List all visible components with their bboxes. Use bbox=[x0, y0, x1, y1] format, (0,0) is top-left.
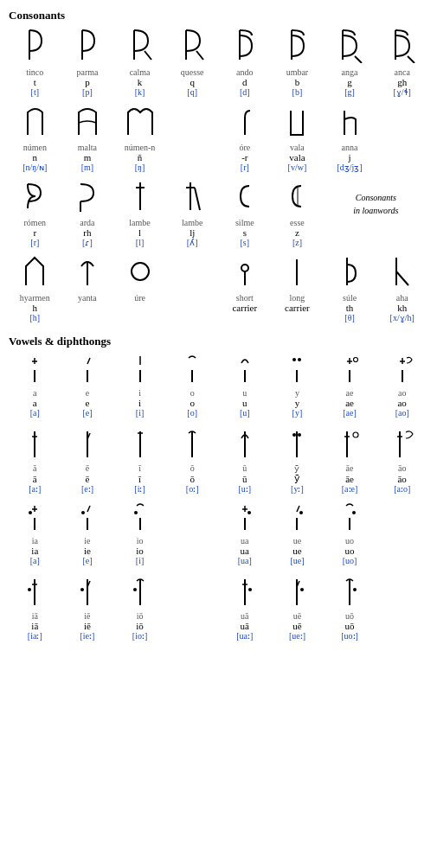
phoneme-io: [i] bbox=[113, 556, 166, 567]
latin-silme: s bbox=[219, 227, 272, 238]
svg-point-98 bbox=[248, 588, 252, 591]
latin-note1 bbox=[324, 227, 428, 238]
phoneme-silme: [s] bbox=[219, 238, 272, 249]
phoneme-uee: [ueː] bbox=[271, 631, 324, 642]
name-e3 bbox=[166, 611, 219, 621]
svg-point-85 bbox=[352, 511, 356, 514]
svg-point-41 bbox=[298, 358, 301, 361]
svg-line-14 bbox=[408, 56, 415, 63]
name-malta: malta bbox=[61, 143, 114, 152]
latin-anca: gh bbox=[376, 77, 428, 87]
phoneme-ia: [a] bbox=[9, 556, 61, 567]
latin-e1 bbox=[166, 546, 219, 556]
name-hyarmen: hyarmen bbox=[9, 293, 61, 303]
phoneme-i: [i] bbox=[113, 408, 166, 419]
latin-iaa: iā bbox=[9, 621, 61, 631]
tengwa-quesse bbox=[166, 26, 219, 67]
latin-lambe: l bbox=[113, 227, 166, 238]
latin-io: io bbox=[113, 546, 166, 556]
tengwa-uo bbox=[324, 500, 376, 536]
name-iee: iē bbox=[61, 611, 114, 621]
latin-oo: ō bbox=[166, 473, 219, 484]
svg-line-73 bbox=[87, 506, 90, 512]
latin-umbar: b bbox=[271, 77, 324, 87]
latin-a: a bbox=[9, 398, 61, 408]
name-u: u bbox=[219, 388, 272, 398]
phoneme-a: [a] bbox=[9, 408, 61, 419]
latin-i: i bbox=[113, 398, 166, 408]
phoneme-ii: [iː] bbox=[113, 484, 166, 495]
name-aae: āe bbox=[324, 463, 376, 473]
svg-point-101 bbox=[300, 588, 304, 591]
latin-parma: p bbox=[61, 77, 114, 87]
tengwa-aa bbox=[9, 424, 61, 463]
latin-long-carrier: carrier bbox=[271, 303, 324, 313]
name-e4 bbox=[376, 611, 428, 621]
tengwa-esse bbox=[271, 178, 324, 218]
tengwa-arda bbox=[61, 178, 114, 218]
tengwa-silme bbox=[219, 178, 272, 218]
name-y: y bbox=[271, 388, 324, 398]
phoneme-anga: [g] bbox=[324, 87, 376, 99]
phoneme-calma: [k] bbox=[113, 87, 166, 99]
latin-numen2: ñ bbox=[113, 152, 166, 163]
latin-ua: ua bbox=[219, 546, 272, 556]
tengwa-o bbox=[166, 352, 219, 388]
tengwa-anga bbox=[324, 26, 376, 67]
tengwa-numen bbox=[9, 103, 61, 143]
phoneme-numen2: [ŋ] bbox=[113, 163, 166, 174]
svg-line-20 bbox=[195, 188, 200, 210]
phoneme-ee: [eː] bbox=[61, 484, 114, 495]
latin-u: u bbox=[219, 398, 272, 408]
tengwa-uee bbox=[271, 571, 324, 611]
name-silme: silme bbox=[219, 218, 272, 227]
tengwa-long-carrier bbox=[271, 253, 324, 293]
tengwa-calma bbox=[113, 26, 166, 67]
name-anca: anca bbox=[376, 67, 428, 77]
tengwa-u bbox=[219, 352, 272, 388]
phoneme-uaa: [uaː] bbox=[219, 631, 272, 642]
tengwa-sule bbox=[324, 253, 376, 293]
name-uee: uē bbox=[271, 611, 324, 621]
latin-aae: āe bbox=[324, 473, 376, 484]
name-anna: anna bbox=[324, 143, 376, 152]
phoneme-hyarmen: [h] bbox=[9, 313, 61, 324]
phoneme-romen: [r] bbox=[9, 238, 61, 249]
phoneme-ua: [ua] bbox=[219, 556, 272, 567]
name-arda: arda bbox=[61, 218, 114, 227]
phoneme-lambe2: [ʎ] bbox=[166, 238, 219, 249]
name-o: o bbox=[166, 388, 219, 398]
phoneme-aae: [aːe] bbox=[324, 484, 376, 495]
tengwa-anna bbox=[324, 103, 376, 143]
latin-ioo: iō bbox=[113, 621, 166, 631]
name-e: e bbox=[61, 388, 114, 398]
svg-point-74 bbox=[81, 511, 85, 514]
phoneme-uoo: [uoː] bbox=[324, 631, 376, 642]
tengwa-numen2 bbox=[113, 103, 166, 143]
tengwa-aae bbox=[324, 424, 376, 463]
latin-o: o bbox=[166, 398, 219, 408]
phoneme-empty5 bbox=[166, 313, 219, 324]
name-iaa: iā bbox=[9, 611, 61, 621]
phoneme-e1 bbox=[166, 556, 219, 567]
tengwa-ando bbox=[219, 26, 272, 67]
phoneme-e2 bbox=[376, 556, 428, 567]
phoneme-umbar: [b] bbox=[271, 87, 324, 99]
phoneme-uu: [uː] bbox=[219, 484, 272, 495]
latin-ue: ue bbox=[271, 546, 324, 556]
phoneme-esse: [z] bbox=[271, 238, 324, 249]
name-ue: ue bbox=[271, 536, 324, 546]
latin-yy: ȳ bbox=[271, 473, 324, 484]
tengwa-a bbox=[9, 352, 61, 388]
phoneme-quesse: [q] bbox=[166, 87, 219, 99]
name-ua: ua bbox=[219, 536, 272, 546]
page: Consonantstincoparmacalmaquesseandoumbar… bbox=[0, 0, 437, 648]
vowels-title: Vowels & diphthongs bbox=[9, 335, 428, 348]
latin-e2 bbox=[376, 546, 428, 556]
latin-ie: ie bbox=[61, 546, 114, 556]
phoneme-arda: [ɾ] bbox=[61, 238, 114, 249]
phoneme-e4 bbox=[376, 631, 428, 642]
latin-ao: ao bbox=[376, 398, 428, 408]
phoneme-ure bbox=[113, 313, 166, 324]
name-empty3 bbox=[166, 143, 219, 152]
